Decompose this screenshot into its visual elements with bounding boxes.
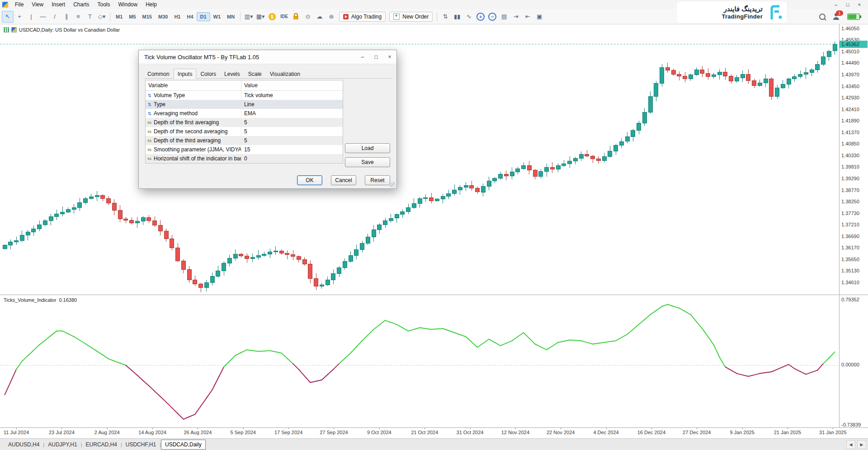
trendline-tool[interactable]: /	[49, 11, 61, 23]
date-label-16-dec-2024: 16 Dec 2024	[637, 430, 665, 435]
dialog-tab-scale[interactable]: Scale	[244, 69, 266, 79]
menu-item-view[interactable]: View	[28, 0, 47, 9]
param-value[interactable]: 15	[241, 146, 343, 153]
new-order-button[interactable]: New Order	[389, 12, 433, 22]
candlestick-chart[interactable]	[0, 24, 839, 295]
timeframe-mn[interactable]: MN	[224, 13, 238, 21]
tab-scroll-left-button[interactable]: ◀	[846, 440, 855, 449]
algo-trading-button[interactable]: Algo Trading	[339, 12, 386, 22]
date-label-31-jan-2025: 31 Jan 2025	[819, 430, 847, 435]
timeframe-w1[interactable]: W1	[210, 13, 224, 21]
menu-item-insert[interactable]: Insert	[47, 0, 69, 9]
waves-icon[interactable]: ∿	[463, 11, 475, 23]
timeframe-m1[interactable]: M1	[113, 13, 126, 21]
dialog-tab-visualization[interactable]: Visualization	[266, 69, 304, 79]
window-maximize-button[interactable]: □	[842, 0, 854, 9]
symbol-tab-usdcad-daily[interactable]: USDCAD,Daily	[161, 440, 206, 450]
timeframe-h4[interactable]: H4	[184, 13, 196, 21]
dialog-resize-grip[interactable]	[390, 182, 396, 188]
shapes-tool[interactable]: ◇▾	[96, 11, 108, 23]
param-row-averaging-method[interactable]: ⇅Averaging methodEMA	[146, 109, 343, 118]
param-value[interactable]: 5	[241, 128, 343, 135]
cycle-lines-tool[interactable]: ≡	[72, 11, 84, 23]
tab-scroll-right-button[interactable]: ▶	[857, 440, 866, 449]
window-minimize-button[interactable]: –	[830, 0, 842, 9]
reset-button[interactable]: Reset	[365, 175, 390, 185]
param-value[interactable]: Tick volume	[241, 92, 343, 98]
pause-bars-icon[interactable]: ▮▮	[451, 11, 463, 23]
timeframe-m5[interactable]: M5	[126, 13, 139, 21]
shift-end-icon[interactable]: ⇥	[510, 11, 522, 23]
text-tool[interactable]: T	[84, 11, 96, 23]
timeframe-m30[interactable]: M30	[155, 13, 171, 21]
load-button[interactable]: Load	[345, 143, 390, 153]
community-icon[interactable]: ⊛	[326, 11, 337, 23]
symbol-tab-eurcad-h4[interactable]: EURCAD,H4	[82, 440, 121, 449]
zoom-in-icon[interactable]: +	[476, 13, 485, 21]
param-value[interactable]: 5	[241, 119, 343, 126]
param-value[interactable]: 0	[241, 155, 343, 162]
lock-icon[interactable]	[290, 11, 302, 23]
ide-icon[interactable]: IDE	[280, 14, 288, 19]
ok-button[interactable]: OK	[297, 175, 322, 185]
symbol-tab-audjpy-h1[interactable]: AUDJPY,H1	[44, 440, 80, 449]
cursor-tool[interactable]: ↖	[2, 11, 14, 23]
param-row-horizontal-shift-of-the-indicator-in-bars[interactable]: 01Horizontal shift of the indicator in b…	[146, 154, 343, 163]
profile-icon[interactable]: 1	[833, 13, 840, 20]
param-name: Type	[154, 100, 241, 109]
tile-windows-icon[interactable]: ▤	[498, 11, 510, 23]
crosshair-tool[interactable]: +	[14, 11, 25, 23]
price-axis-separator	[839, 24, 840, 427]
window-close-button[interactable]: ×	[854, 0, 865, 9]
data-window-icon[interactable]: ▣	[533, 11, 545, 23]
save-button[interactable]: Save	[345, 157, 390, 167]
param-row-depth-of-the-first-averaging[interactable]: 01Depth of the first averaging5	[146, 118, 343, 127]
signal-icon[interactable]: ⊙	[302, 11, 314, 23]
symbol-tab-audusd-h4[interactable]: AUDUSD,H4	[5, 440, 43, 449]
dialog-minimize-button[interactable]: –	[356, 50, 369, 64]
symbol-tab-usdchf-h1[interactable]: USDCHF,H1	[122, 440, 160, 449]
timeframe-d1[interactable]: D1	[197, 12, 210, 21]
param-value[interactable]: 5	[241, 137, 343, 144]
dialog-tab-levels[interactable]: Levels	[220, 69, 244, 79]
dialog-close-button[interactable]: ×	[383, 50, 396, 64]
param-row-depth-of-the-second-averaging[interactable]: 01Depth of the second averaging5	[146, 127, 343, 136]
sort-arrows-icon[interactable]: ⇅	[439, 11, 451, 23]
param-value[interactable]: EMA	[241, 110, 343, 117]
indicator-chart[interactable]	[0, 295, 839, 427]
dollar-icon[interactable]: $	[269, 13, 276, 20]
chart-type-icon[interactable]: ▥▾	[243, 11, 255, 23]
timeframe-h1[interactable]: H1	[171, 13, 184, 21]
vertical-line-tool[interactable]: |	[25, 11, 37, 23]
zoom-out-icon[interactable]: −	[488, 13, 496, 21]
date-axis[interactable]: 11 Jul 202423 Jul 20242 Aug 202414 Aug 2…	[0, 427, 868, 438]
cloud-icon[interactable]: ☁	[314, 11, 326, 23]
param-row-smoothing-parameter-jjma-vidya-a[interactable]: 01Smoothing parameter (JJMA, VIDYA, A...…	[146, 145, 343, 154]
timeframe-m15[interactable]: M15	[139, 13, 155, 21]
panel-separator[interactable]	[0, 295, 868, 295]
dialog-tab-inputs[interactable]: Inputs	[174, 69, 197, 79]
search-icon[interactable]	[819, 14, 826, 20]
dialog-tab-common[interactable]: Common	[143, 69, 174, 79]
dialog-maximize-button[interactable]: □	[369, 50, 383, 64]
date-label-9-jan-2025: 9 Jan 2025	[730, 430, 754, 435]
mt5-logo-icon[interactable]	[2, 2, 8, 8]
horizontal-line-tool[interactable]: —	[37, 11, 49, 23]
param-row-depth-of-the-third-averaging[interactable]: 01Depth of the third averaging5	[146, 136, 343, 145]
cancel-button[interactable]: Cancel	[331, 175, 356, 185]
param-row-volume-type[interactable]: ⇅Volume TypeTick volume	[146, 91, 343, 100]
dialog-titlebar[interactable]: Tick Volume Oscillator MT5 - By TFLab 1.…	[139, 50, 396, 64]
date-label-9-oct-2024: 9 Oct 2024	[367, 430, 392, 435]
param-value[interactable]: Line	[241, 101, 343, 108]
channel-tool[interactable]: ∥	[61, 11, 72, 23]
menu-item-tools[interactable]: Tools	[94, 0, 114, 9]
auto-scroll-icon[interactable]: ⇤	[522, 11, 533, 23]
templates-icon[interactable]: ▦▾	[255, 11, 266, 23]
menu-item-file[interactable]: File	[11, 0, 28, 9]
menu-item-window[interactable]: Window	[114, 0, 142, 9]
param-row-type[interactable]: ⇅TypeLine	[146, 100, 343, 109]
menu-item-help[interactable]: Help	[142, 0, 161, 9]
menu-item-charts[interactable]: Charts	[69, 0, 93, 9]
price-axis[interactable]: 1.45362 1.460501.455301.450101.444901.43…	[840, 0, 868, 438]
dialog-tab-colors[interactable]: Colors	[196, 69, 220, 79]
